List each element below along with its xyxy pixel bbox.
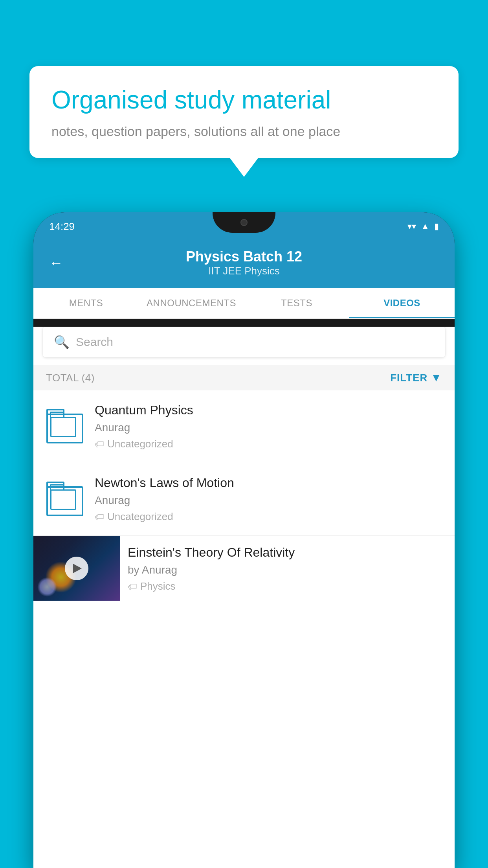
folder-icon	[46, 482, 82, 513]
item-tag: 🏷 Uncategorized	[95, 511, 444, 523]
search-bar[interactable]: 🔍 Search	[43, 327, 445, 357]
video-list: Quantum Physics Anurag 🏷 Uncategorized N	[33, 390, 455, 602]
status-bar: 14:29 ▾▾ ▲ ▮	[33, 212, 455, 241]
status-time: 14:29	[49, 221, 75, 233]
back-button[interactable]: ←	[49, 255, 63, 271]
list-header: TOTAL (4) FILTER ▼	[33, 365, 455, 390]
folder-icon	[46, 409, 82, 440]
list-item[interactable]: Einstein's Theory Of Relativity by Anura…	[33, 536, 455, 602]
item-tag: 🏷 Physics	[128, 580, 447, 592]
folder-icon-inner	[50, 417, 76, 437]
item-tag: 🏷 Uncategorized	[95, 438, 444, 450]
item-info: Einstein's Theory Of Relativity by Anura…	[120, 536, 455, 602]
item-icon	[44, 476, 84, 519]
wifi-icon: ▾▾	[407, 221, 416, 232]
bubble-subtitle: notes, question papers, solutions all at…	[51, 124, 437, 139]
search-icon: 🔍	[54, 335, 70, 349]
list-item[interactable]: Quantum Physics Anurag 🏷 Uncategorized	[33, 390, 455, 463]
video-thumbnail	[33, 536, 120, 601]
speech-bubble: Organised study material notes, question…	[29, 66, 459, 158]
app-header: ← Physics Batch 12 IIT JEE Physics	[33, 241, 455, 288]
tag-icon: 🏷	[95, 511, 104, 522]
thumbnail-glow2	[37, 577, 57, 597]
list-item[interactable]: Newton's Laws of Motion Anurag 🏷 Uncateg…	[33, 463, 455, 536]
tab-ments[interactable]: MENTS	[33, 288, 139, 318]
tag-icon: 🏷	[95, 439, 104, 450]
camera-dot	[240, 219, 248, 226]
item-title: Einstein's Theory Of Relativity	[128, 545, 447, 560]
filter-button[interactable]: FILTER ▼	[390, 371, 442, 384]
phone-content: 🔍 Search TOTAL (4) FILTER ▼ Quantum Ph	[33, 327, 455, 868]
play-button[interactable]	[65, 557, 88, 580]
notch	[213, 212, 275, 233]
tab-announcements[interactable]: ANNOUNCEMENTS	[139, 288, 244, 318]
header-subtitle: IIT JEE Physics	[73, 265, 415, 277]
item-author: Anurag	[95, 421, 444, 434]
tab-tests[interactable]: TESTS	[244, 288, 349, 318]
battery-icon: ▮	[434, 221, 439, 232]
tab-videos[interactable]: VIDEOS	[349, 288, 455, 318]
search-input[interactable]: Search	[76, 335, 113, 349]
tag-icon: 🏷	[128, 581, 137, 592]
play-icon	[73, 564, 82, 573]
item-info: Newton's Laws of Motion Anurag 🏷 Uncateg…	[95, 476, 444, 523]
bubble-title: Organised study material	[51, 85, 437, 115]
item-info: Quantum Physics Anurag 🏷 Uncategorized	[95, 403, 444, 450]
header-title: Physics Batch 12	[73, 248, 415, 265]
signal-icon: ▲	[421, 221, 429, 232]
item-title: Quantum Physics	[95, 403, 444, 417]
total-count: TOTAL (4)	[46, 372, 95, 384]
item-author: Anurag	[95, 494, 444, 507]
status-icons: ▾▾ ▲ ▮	[407, 221, 439, 232]
tabs-bar: MENTS ANNOUNCEMENTS TESTS VIDEOS	[33, 288, 455, 319]
filter-icon: ▼	[431, 371, 442, 384]
header-info: Physics Batch 12 IIT JEE Physics	[73, 248, 415, 277]
phone-frame: 14:29 ▾▾ ▲ ▮ ← Physics Batch 12 IIT JEE …	[33, 212, 455, 868]
item-title: Newton's Laws of Motion	[95, 476, 444, 490]
folder-icon-inner	[50, 489, 76, 510]
item-icon	[44, 403, 84, 446]
item-author: by Anurag	[128, 564, 447, 576]
